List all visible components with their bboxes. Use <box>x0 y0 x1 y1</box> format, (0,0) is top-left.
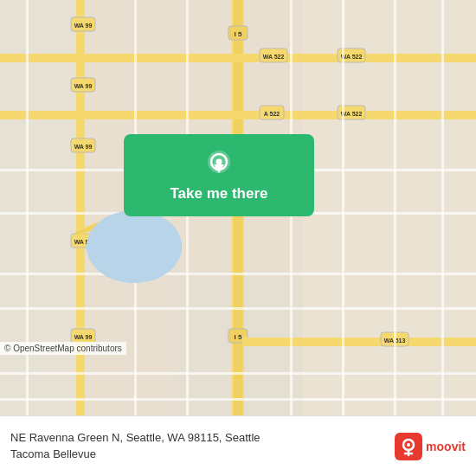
button-label: Take me there <box>170 185 267 203</box>
svg-rect-29 <box>0 111 476 119</box>
svg-text:WA 99: WA 99 <box>74 23 93 29</box>
info-bar: NE Ravenna Green N, Seattle, WA 98115, S… <box>0 415 476 476</box>
svg-rect-39 <box>0 273 476 275</box>
svg-rect-46 <box>342 0 344 415</box>
svg-text:A 522: A 522 <box>264 111 280 117</box>
moovit-icon <box>395 433 422 460</box>
svg-rect-47 <box>394 0 396 415</box>
address-text: NE Ravenna Green N, Seattle, WA 98115, S… <box>10 430 395 461</box>
moovit-text: moovit <box>426 440 466 453</box>
svg-rect-41 <box>0 372 476 375</box>
svg-text:WA 522: WA 522 <box>263 54 285 60</box>
svg-point-52 <box>87 210 182 283</box>
svg-rect-42 <box>0 398 476 401</box>
svg-rect-48 <box>441 0 444 415</box>
svg-text:WA 99: WA 99 <box>74 144 93 150</box>
address-line: NE Ravenna Green N, Seattle, WA 98115, S… <box>10 431 261 460</box>
svg-text:WA 99: WA 99 <box>74 334 93 340</box>
svg-rect-40 <box>0 307 476 310</box>
svg-text:WA 99: WA 99 <box>74 83 93 89</box>
svg-point-59 <box>407 443 410 447</box>
svg-point-55 <box>216 158 222 164</box>
svg-rect-34 <box>242 338 476 346</box>
osm-attribution: © OpenStreetMap contributors <box>0 342 126 355</box>
svg-text:I 5: I 5 <box>235 30 242 38</box>
svg-text:I 5: I 5 <box>235 333 242 341</box>
moovit-logo: moovit <box>395 433 466 460</box>
take-me-there-button[interactable]: Take me there <box>124 134 314 216</box>
map-container: I 5 I 5 I 5 WA 99 WA 99 WA 99 WA 99 WA 9… <box>0 0 476 415</box>
location-pin-icon <box>203 149 235 180</box>
svg-rect-24 <box>0 54 476 62</box>
